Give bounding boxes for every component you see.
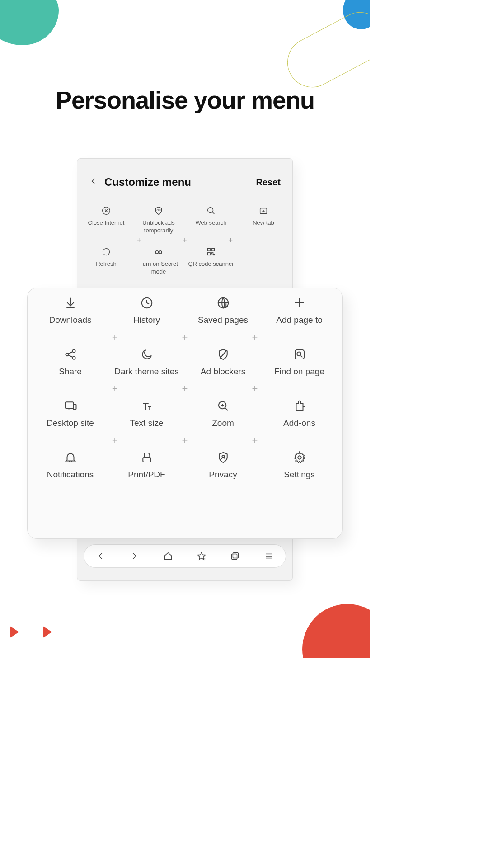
menu-item-saved-pages[interactable]: Saved pages	[186, 296, 260, 325]
svg-rect-19	[233, 553, 239, 558]
play-triangle-icon	[10, 626, 19, 638]
qr-icon	[206, 247, 216, 257]
drop-targets-row: + + +	[80, 235, 290, 247]
menu-item-label: Settings	[284, 470, 315, 480]
print-icon	[140, 451, 154, 464]
nav-tabs-button[interactable]	[230, 551, 240, 561]
menu-item-qr-scanner[interactable]: QR code scanner	[186, 247, 236, 276]
browser-navbar	[84, 544, 286, 568]
plus-icon: +	[112, 434, 118, 446]
svg-line-34	[68, 352, 73, 354]
menu-item-ad-blockers[interactable]: Ad blockers	[186, 348, 260, 377]
svg-text:OFF: OFF	[156, 209, 160, 212]
plus-icon: +	[112, 331, 118, 343]
share-icon	[64, 348, 77, 361]
menu-item-refresh[interactable]: Refresh	[81, 247, 131, 276]
svg-point-38	[297, 352, 301, 356]
gear-icon	[293, 451, 306, 464]
menu-item-label: Desktop site	[47, 418, 94, 428]
bell-icon	[64, 451, 77, 464]
svg-rect-12	[212, 249, 215, 251]
shield-icon	[216, 348, 230, 361]
svg-rect-42	[73, 404, 76, 409]
back-button[interactable]	[89, 177, 98, 188]
search-icon	[206, 206, 216, 216]
plus-icon	[293, 296, 306, 310]
menu-item-print[interactable]: Print/PDF	[110, 451, 184, 480]
nav-home-button[interactable]	[163, 551, 173, 561]
saved-pages-icon	[216, 296, 230, 310]
decoration-red-blob	[302, 604, 370, 658]
menu-item-notifications[interactable]: Notifications	[33, 451, 108, 480]
nav-bookmarks-button[interactable]	[197, 551, 206, 561]
svg-line-39	[300, 356, 302, 358]
plus-icon: +	[182, 434, 188, 446]
menu-item-close-internet[interactable]: Close Internet	[81, 206, 131, 235]
svg-marker-16	[198, 552, 206, 560]
svg-rect-11	[208, 249, 211, 251]
menu-item-label: Downloads	[49, 315, 92, 325]
svg-rect-20	[232, 554, 237, 559]
plus-icon: +	[229, 236, 233, 244]
menu-item-label: Add-ons	[283, 418, 315, 428]
menu-item-label: QR code scanner	[188, 260, 234, 276]
text-size-icon	[140, 399, 154, 413]
plus-icon: +	[182, 383, 188, 395]
decoration-teal-blob	[0, 0, 59, 45]
menu-item-label: Ad blockers	[201, 367, 245, 377]
new-tab-icon	[258, 206, 268, 216]
panel-header: Customize menu Reset	[77, 159, 292, 201]
svg-rect-14	[212, 253, 213, 254]
reset-button[interactable]: Reset	[256, 177, 281, 188]
menu-item-label: Close Internet	[88, 219, 125, 235]
menu-item-find[interactable]: Find on page	[263, 348, 337, 377]
history-icon	[140, 296, 154, 310]
nav-menu-button[interactable]	[264, 551, 274, 561]
plus-icon: +	[182, 331, 188, 343]
svg-rect-40	[65, 402, 73, 408]
menu-item-label: Turn on Secret mode	[133, 260, 184, 276]
svg-line-5	[212, 212, 215, 214]
drop-targets-row: +++	[32, 325, 338, 348]
menu-item-secret-mode[interactable]: Turn on Secret mode	[133, 247, 184, 276]
menu-item-label: Web search	[195, 219, 226, 235]
menu-item-settings[interactable]: Settings	[263, 451, 337, 480]
menu-item-share[interactable]: Share	[33, 348, 108, 377]
svg-point-53	[298, 456, 301, 459]
menu-item-addons[interactable]: Add-ons	[263, 399, 337, 428]
menu-item-desktop-site[interactable]: Desktop site	[33, 399, 108, 428]
plus-icon: +	[252, 383, 258, 395]
menu-item-privacy[interactable]: Privacy	[186, 451, 260, 480]
menu-item-new-tab[interactable]: New tab	[238, 206, 289, 235]
svg-rect-51	[143, 458, 151, 462]
panel-title: Customize menu	[104, 176, 256, 189]
menu-item-add-page[interactable]: Add page to	[263, 296, 337, 325]
svg-point-9	[155, 251, 158, 254]
refresh-icon	[101, 247, 111, 257]
menu-item-web-search[interactable]: Web search	[186, 206, 236, 235]
plus-icon: +	[252, 434, 258, 446]
menu-item-label: Share	[59, 367, 82, 377]
menu-item-label: Add page to	[276, 315, 322, 325]
svg-line-35	[68, 355, 73, 357]
menu-item-text-size[interactable]: Text size	[110, 399, 184, 428]
nav-forward-button[interactable]	[129, 551, 139, 561]
menu-item-dark-theme[interactable]: Dark theme sites	[110, 348, 184, 377]
menu-item-unblock-ads[interactable]: OFF Unblock ads temporarily	[133, 206, 184, 235]
mask-icon	[154, 247, 164, 257]
menu-item-label: Zoom	[212, 418, 234, 428]
menu-item-label: Saved pages	[198, 315, 248, 325]
svg-point-10	[159, 251, 161, 254]
menu-item-label: Unblock ads temporarily	[133, 219, 184, 235]
drop-targets-row: +++	[32, 377, 338, 399]
moon-icon	[140, 348, 154, 361]
menu-item-history[interactable]: History	[110, 296, 184, 325]
menu-item-label: Dark theme sites	[114, 367, 179, 377]
menu-item-downloads[interactable]: Downloads	[33, 296, 108, 325]
plus-icon: +	[183, 236, 187, 244]
menu-item-label: Print/PDF	[128, 470, 165, 480]
nav-back-button[interactable]	[96, 551, 106, 561]
menu-item-label: Notifications	[47, 470, 94, 480]
menu-item-zoom[interactable]: Zoom	[186, 399, 260, 428]
zoom-icon	[216, 399, 230, 413]
